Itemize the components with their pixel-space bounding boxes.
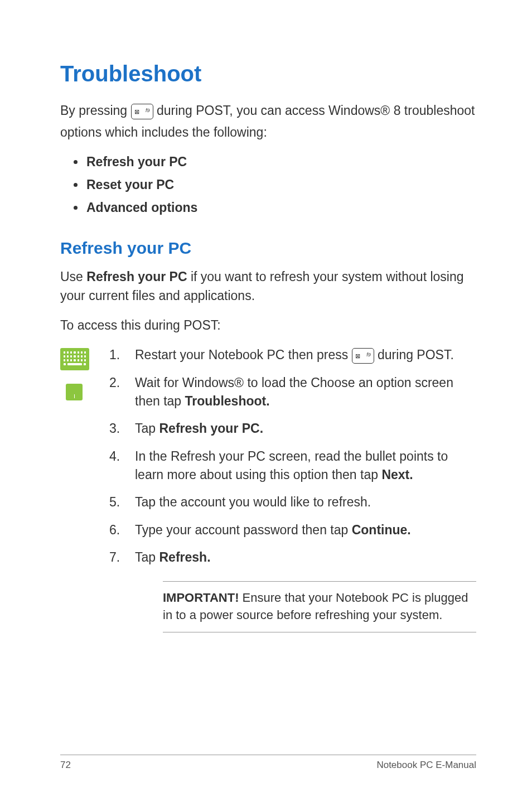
- step-bold: Refresh.: [159, 550, 210, 564]
- step-text: Tap: [135, 421, 159, 436]
- key-label: f9: [146, 105, 150, 116]
- intro-paragraph: By pressing f9 ⊠ during POST, you can ac…: [60, 100, 476, 143]
- step-text: Restart your Notebook PC then press: [135, 347, 352, 362]
- step-bold: Refresh your PC.: [159, 421, 263, 436]
- steps-list: Restart your Notebook PC then press f9 ⊠…: [107, 346, 476, 641]
- step-text: Wait for Windows® to load the Choose an …: [135, 375, 453, 408]
- section-body: Use Refresh your PC if you want to refre…: [60, 268, 476, 305]
- step-text: during POST.: [378, 347, 454, 362]
- step-bold: Next.: [381, 467, 413, 482]
- list-item: Advanced options: [85, 200, 476, 215]
- f9-key-icon: f9 ⊠: [131, 104, 153, 119]
- step-item: In the Refresh your PC screen, read the …: [107, 447, 476, 485]
- step-item: Type your account password then tap Cont…: [107, 521, 476, 539]
- icons-column: [60, 346, 94, 641]
- page-footer: 72 Notebook PC E-Manual: [60, 755, 476, 771]
- touchpad-icon: [66, 384, 83, 400]
- list-item: Refresh your PC: [85, 154, 476, 170]
- step-item: Tap Refresh. IMPORTANT! Ensure that your…: [107, 548, 476, 632]
- section-body-access: To access this during POST:: [60, 316, 476, 335]
- step-item: Wait for Windows® to load the Choose an …: [107, 374, 476, 411]
- f9-key-icon: f9 ⊠: [352, 348, 374, 364]
- section-body-text-1: Use: [60, 269, 86, 284]
- page-number: 72: [60, 760, 71, 771]
- key-label: f9: [366, 349, 371, 360]
- key-symbol: ⊠: [355, 350, 360, 361]
- step-item: Restart your Notebook PC then press f9 ⊠…: [107, 346, 476, 364]
- step-item: Tap Refresh your PC.: [107, 419, 476, 438]
- intro-text-1: By pressing: [60, 103, 131, 118]
- step-item: Tap the account you would like to refres…: [107, 493, 476, 511]
- page-title: Troubleshoot: [60, 61, 476, 86]
- keyboard-icon: [60, 348, 89, 370]
- important-label: IMPORTANT!: [163, 591, 239, 605]
- footer-label: Notebook PC E-Manual: [376, 760, 476, 771]
- section-title: Refresh your PC: [60, 239, 476, 258]
- list-item: Reset your PC: [85, 177, 476, 192]
- options-list: Refresh your PC Reset your PC Advanced o…: [60, 154, 476, 215]
- section-body-bold: Refresh your PC: [86, 269, 187, 284]
- step-text: Type your account password then tap: [135, 523, 352, 537]
- steps-container: Restart your Notebook PC then press f9 ⊠…: [60, 346, 476, 641]
- document-page: Troubleshoot By pressing f9 ⊠ during POS…: [0, 0, 532, 802]
- step-bold: Continue.: [352, 523, 411, 537]
- step-text: Tap: [135, 550, 159, 564]
- step-bold: Troubleshoot.: [185, 394, 270, 408]
- important-note: IMPORTANT! Ensure that your Notebook PC …: [163, 581, 476, 632]
- key-symbol: ⊠: [134, 106, 139, 117]
